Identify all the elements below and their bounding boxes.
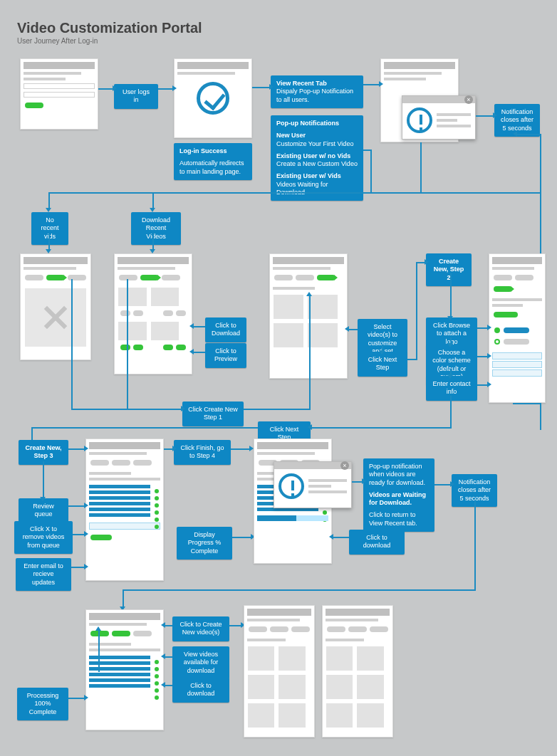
label: Click to Download — [212, 322, 240, 337]
label: Download Recent Videos — [142, 216, 170, 240]
call-create-new-step2: Create New, Step 2 — [426, 253, 472, 286]
call-videos-waiting: Pop-up notification when videos are read… — [363, 458, 434, 532]
label: Automatically redirects to main landing … — [179, 159, 246, 176]
label: View videos available for download — [184, 651, 219, 674]
radio-icon[interactable] — [494, 339, 500, 345]
page-title: Video Customization Portal — [17, 20, 202, 36]
label: Pop-up Notifications — [276, 120, 339, 127]
call-user-logs-in: User logs in — [114, 84, 158, 109]
label: Videos are Waiting for Download. — [369, 491, 426, 506]
label: Click to return to View Recent tab. — [369, 511, 429, 527]
call-no-recent-vids: No recent vids — [31, 212, 68, 245]
wf-step3-queue — [85, 439, 164, 581]
call-click-preview: Click to Preview — [205, 343, 246, 368]
wf-login — [20, 58, 98, 130]
call-click-next-step-1: Click Next Step — [358, 352, 407, 377]
label: Existing User w/ no Vids — [276, 152, 350, 159]
label: Pop-up notification when videos are read… — [369, 463, 429, 487]
call-click-create-new-videos: Click to Create New video(s) — [172, 616, 229, 641]
checkmark-icon — [197, 82, 229, 115]
popup-notif: × — [402, 95, 476, 140]
call-enter-email: Enter email to recieve updates — [16, 558, 71, 591]
call-login-success: Log-in Success Automatically redirects t… — [174, 143, 252, 180]
call-click-finish: Click Finish, go to Step 4 — [174, 440, 231, 465]
label: New User — [276, 132, 306, 139]
call-click-to-download: Click to download — [349, 530, 405, 555]
label: Click Next Step — [368, 356, 397, 371]
call-enter-contact: Enter contact info — [426, 376, 477, 401]
call-display-progress: Display Progress % Complete — [177, 527, 232, 560]
call-processing-complete: Processing 100% Complete — [17, 688, 68, 720]
label: Create a New Custom Video — [276, 160, 358, 167]
remove-dot-icon[interactable] — [155, 489, 159, 493]
close-icon[interactable]: × — [464, 95, 473, 104]
label: Customize Your First Video — [276, 140, 353, 147]
call-review-queue: Review queue — [19, 498, 68, 523]
label: Click to Create New video(s) — [179, 621, 222, 636]
wf-download-recent — [114, 253, 192, 374]
label: Click to Preview — [214, 347, 237, 362]
call-view-videos-available: View videos available for download — [172, 646, 229, 679]
label: Enter contact info — [432, 380, 470, 395]
wf-gallery-1 — [244, 605, 315, 737]
alert-icon — [407, 107, 432, 133]
flow-canvas: Video Customization Portal User Journey … — [0, 0, 557, 756]
wf-no-recent — [20, 253, 91, 360]
label: Click to download — [187, 682, 215, 697]
remove-dot-icon[interactable] — [155, 496, 159, 500]
wf-select-videos — [269, 253, 348, 379]
call-popup-notifications: Pop-up Notifications New UserCustomize Y… — [271, 115, 363, 201]
label: Click to download — [363, 534, 391, 549]
remove-dot-icon[interactable] — [155, 510, 159, 515]
page-subtitle: User Journey After Log-in — [17, 37, 98, 45]
label: Log-in Success — [179, 147, 227, 154]
label: Click Create New Step 1 — [188, 406, 238, 421]
label: Enter email to recieve updates — [24, 562, 63, 586]
label: Notification closes after 5 seconds — [458, 478, 491, 502]
label: Existing User w/ Vids — [276, 172, 341, 179]
call-view-recent: View Recent Tab Dispaly Pop-up Notificat… — [271, 75, 363, 108]
call-notif-closes: Notification closes after 5 seconds — [494, 104, 540, 137]
label: Click X to remove videos from queue — [23, 525, 65, 549]
remove-dot-icon[interactable] — [155, 518, 159, 522]
label: Click Finish, go to Step 4 — [180, 444, 224, 459]
label: View Recent Tab — [276, 80, 327, 87]
call-click-to-download-2: Click to download — [172, 678, 229, 703]
popup-videos-ready: × — [274, 461, 352, 508]
call-download-recent: Download Recent Videos — [131, 212, 181, 245]
remove-dot-icon[interactable] — [155, 525, 159, 529]
label: Review queue — [33, 503, 54, 518]
call-click-download: Click to Download — [205, 317, 246, 342]
radio-icon[interactable] — [494, 327, 500, 333]
wf-login-success — [174, 58, 252, 138]
label: Create New, Step 3 — [25, 444, 61, 459]
label: Dispaly Pop-up Notification to all users… — [276, 88, 358, 104]
wf-step2-form — [489, 253, 546, 403]
label: Display Progress % Complete — [188, 531, 222, 555]
label: Processing 100% Complete — [27, 692, 59, 715]
alert-icon — [278, 473, 304, 499]
remove-dot-icon[interactable] — [155, 503, 159, 508]
wf-gallery-2 — [322, 605, 393, 737]
label: Create New, Step 2 — [434, 258, 464, 281]
call-click-x-remove: Click X to remove videos from queue — [14, 521, 73, 554]
placeholder-x-icon — [25, 288, 86, 347]
close-icon[interactable]: × — [340, 461, 349, 470]
label: User logs in — [123, 88, 150, 103]
label: Notification closes after 5 seconds — [501, 108, 533, 132]
call-click-create-new-step1: Click Create New Step 1 — [182, 401, 244, 426]
